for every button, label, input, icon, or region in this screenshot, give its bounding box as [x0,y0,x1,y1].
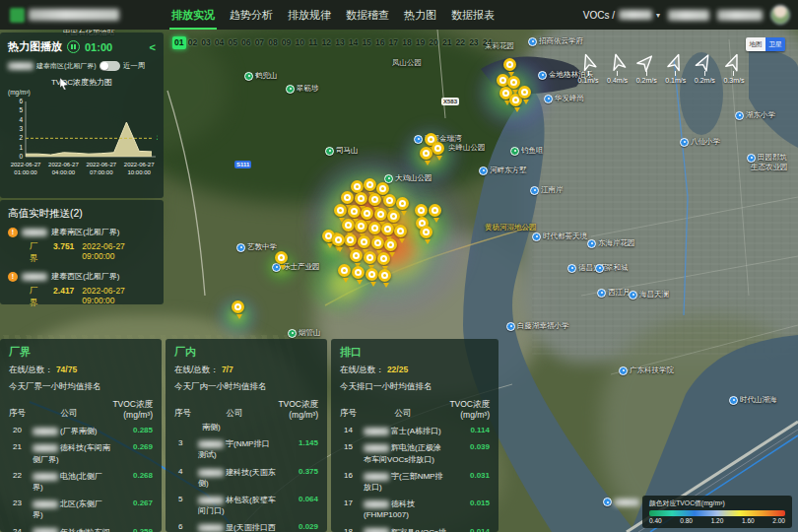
hour-12[interactable]: 12 [320,36,334,49]
monitor-pin[interactable] [355,220,367,233]
hour-14[interactable]: 14 [347,36,361,49]
table-row[interactable]: 16 宇(三部NMP排放口) 0.031 [340,471,490,493]
monitor-pin[interactable] [350,249,363,262]
table-row[interactable]: 3 宇(NMP排口测试) 1.145 [174,438,318,460]
monitor-pin[interactable] [355,192,367,205]
monitor-pin[interactable] [394,225,407,237]
monitor-pin[interactable] [334,204,347,217]
tab-排放规律[interactable]: 排放规律 [288,1,331,30]
monitor-pin[interactable] [383,194,396,207]
tab-数据报表[interactable]: 数据报表 [451,1,495,30]
monitor-pin[interactable] [387,210,400,223]
table-row[interactable]: 15 辉电池(正极涂布车间VOCs排放口) 0.039 [340,442,490,464]
monitor-pin[interactable] [344,233,357,246]
monitor-pin[interactable] [415,204,428,217]
legend-tick: 1.20 [711,517,724,524]
monitor-pin[interactable] [342,219,355,232]
monitor-pin[interactable] [364,251,376,264]
hour-03[interactable]: 03 [199,36,213,49]
monitor-pin[interactable] [332,233,345,246]
monitor-pin[interactable] [368,222,381,234]
hour-23[interactable]: 23 [467,36,481,49]
push-item[interactable]: ! 建泰南区(北厢厂界) 厂界 3.751 2022-06-27 09:00:0… [8,227,156,265]
map-mode-button[interactable]: 地图 [746,37,765,51]
monitor-pin[interactable] [232,300,244,313]
monitor-pin[interactable] [432,142,444,155]
monitor-pin[interactable] [420,226,432,238]
map-poi-text: 司马山 [336,146,359,156]
monitor-pin[interactable] [518,86,531,99]
monitor-pin[interactable] [503,58,516,71]
table-row[interactable]: 23 北区(东侧厂界) 0.267 [9,499,153,520]
monitor-pin[interactable] [384,238,397,251]
monitor-pin[interactable] [396,197,409,210]
monitor-pin[interactable] [378,269,391,282]
table-row[interactable]: 14 富士(A栋排口) 0.114 [340,426,490,436]
tab-趋势分析[interactable]: 趋势分析 [230,1,273,30]
monitor-pin[interactable] [358,235,370,248]
hour-07[interactable]: 07 [253,36,267,49]
hour-06[interactable]: 06 [239,36,253,49]
hour-21[interactable]: 21 [440,36,454,49]
tab-热力图[interactable]: 热力图 [404,1,436,30]
map-poi-text: 大鸡山公园 [395,173,432,183]
hour-18[interactable]: 18 [400,36,414,49]
table-row[interactable]: 20 (厂界南侧) 0.285 [9,426,153,436]
online-value: 74/75 [56,365,77,374]
wind-speed: 0.2m/s [695,77,715,84]
table-row[interactable]: 5 林包装(胶璧车间门口) 0.064 [174,495,318,516]
monitor-pin[interactable] [361,207,373,220]
table-row[interactable]: 6 显(天面排口西侧) 0.029 [174,522,318,532]
range-toggle[interactable] [100,61,120,71]
row-company: 德科技(FHMP1007) [364,499,448,520]
hour-09[interactable]: 09 [280,36,294,49]
map-type-toggle[interactable]: 地图 卫星 [746,37,785,51]
hour-17[interactable]: 17 [387,36,401,49]
hour-02[interactable]: 02 [186,36,200,49]
collapse-panel-button[interactable]: < [150,41,156,53]
monitor-pin[interactable] [429,204,441,217]
monitor-pin[interactable] [366,268,378,281]
monitor-pin[interactable] [341,191,354,204]
satellite-mode-button[interactable]: 卫星 [765,37,785,51]
vocs-dropdown[interactable]: VOCs / ▾ [583,10,660,21]
avatar[interactable] [770,5,790,25]
monitor-pin[interactable] [368,193,381,206]
hour-05[interactable]: 05 [226,36,239,49]
table-row[interactable]: 21 德科技(车间南侧厂界) 0.269 [9,442,153,464]
hour-24[interactable]: 24 [481,36,495,49]
hour-11[interactable]: 11 [306,36,320,49]
monitor-pin[interactable] [374,208,387,221]
pause-button[interactable] [67,40,80,53]
hour-22[interactable]: 22 [453,36,467,49]
monitor-pin[interactable] [420,147,432,160]
monitor-pin[interactable] [381,223,394,235]
table-row[interactable]: 22 电池(北侧厂界) 0.268 [9,471,153,493]
hour-10[interactable]: 10 [293,36,306,49]
monitor-pin[interactable] [348,205,361,218]
hour-16[interactable]: 16 [373,36,387,49]
monitor-pin[interactable] [377,252,390,265]
hour-04[interactable]: 04 [213,36,227,49]
hour-15[interactable]: 15 [360,36,373,49]
vocs-label: VOCs / [583,10,615,21]
tab-排放实况[interactable]: 排放实况 [171,1,215,30]
tab-数据稽查[interactable]: 数据稽查 [346,1,389,30]
monitor-pin[interactable] [364,178,376,191]
hour-19[interactable]: 19 [414,36,428,49]
table-row[interactable]: 17 德科技(FHMP1007) 0.015 [340,499,490,520]
monitor-pin[interactable] [352,266,365,279]
table-row[interactable]: 18 辉家具(VOCs排放 0.014 [340,527,490,532]
push-item[interactable]: ! 建泰西区(北厢厂界) 厂界 2.417 2022-06-27 09:00:0… [8,271,156,309]
hour-20[interactable]: 20 [427,36,440,49]
table-row[interactable]: 4 建科技(天面东侧) 0.375 [174,467,318,489]
hour-08[interactable]: 08 [266,36,280,49]
monitor-pin[interactable] [371,236,384,249]
station-suffix: 建泰南区(北厢厂界) [36,61,97,71]
hour-01[interactable]: 01 [172,36,186,49]
road-shield: X583 [441,98,459,105]
table-row[interactable]: 24 年益(制粒车间南侧) 0.259 [9,527,153,532]
hour-13[interactable]: 13 [333,36,347,49]
monitor-pin[interactable] [338,264,351,277]
monitor-pin[interactable] [275,251,288,264]
